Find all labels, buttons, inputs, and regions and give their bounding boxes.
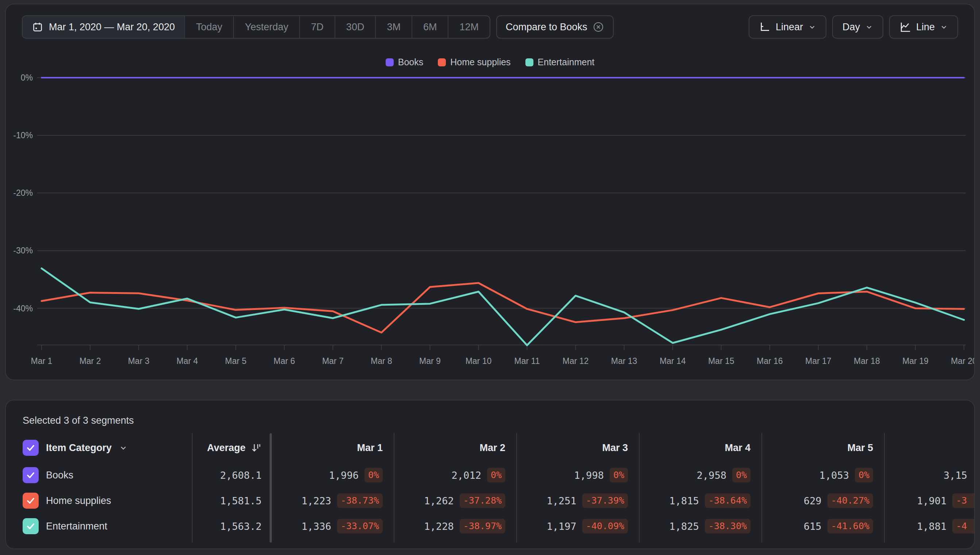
date-column-mar-1: Mar 11,9960%1,223-38.73%1,336-33.07%: [272, 433, 394, 542]
x-tick-label: Mar 10: [466, 356, 492, 366]
row-entertainment: Entertainment: [22, 513, 192, 539]
delta-badge: -3: [952, 493, 975, 508]
value-cell: 1,0530%: [762, 462, 884, 488]
date-column-header: Mar 3: [517, 433, 639, 462]
average-cell: 1,563.2: [193, 513, 270, 539]
delta-badge: -38.30%: [705, 519, 750, 534]
y-tick-label: 0%: [21, 73, 33, 82]
x-tick-label: Mar 6: [274, 356, 295, 366]
row-label: Entertainment: [46, 521, 107, 532]
delta-badge: -38.73%: [337, 493, 383, 508]
cell-value: 1,996: [329, 470, 359, 481]
y-tick-label: -40%: [13, 304, 33, 313]
date-column-mar-4: Mar 42,9580%1,815-38.64%1,825-38.30%: [639, 433, 762, 542]
segments-table: Item Category Books Home supplies: [6, 433, 975, 542]
chevron-down-icon[interactable]: [119, 443, 128, 452]
cell-value: 1,901: [917, 495, 946, 507]
value-cell: 3,15: [885, 462, 975, 488]
value-cell: 1,825-38.30%: [639, 513, 762, 539]
date-column-mar-3: Mar 31,9980%1,251-37.39%1,197-40.09%: [517, 433, 639, 542]
x-tick-label: Mar 16: [757, 356, 783, 366]
value-cell: 1,262-37.28%: [394, 488, 516, 513]
x-tick-label: Mar 7: [322, 356, 344, 366]
row-books: Books: [22, 462, 192, 488]
cell-value: 1,336: [301, 521, 331, 532]
delta-badge: -38.97%: [460, 519, 505, 534]
x-tick-label: Mar 19: [902, 356, 929, 366]
value-cell: 1,228-38.97%: [394, 513, 516, 539]
selected-segments-text: Selected 3 of 3 segments: [22, 415, 134, 426]
row-label: Home supplies: [46, 495, 111, 507]
date-column-partial: 3,151,901-31,881-4: [885, 433, 975, 542]
segments-table-card: Selected 3 of 3 segments Item Category B…: [5, 399, 975, 549]
x-tick-label: Mar 4: [177, 356, 198, 366]
delta-badge: -37.39%: [582, 493, 628, 508]
average-header-cell[interactable]: Average: [193, 433, 270, 462]
value-cell: 1,223-38.73%: [272, 488, 394, 513]
delta-badge: -33.07%: [337, 519, 383, 534]
line-chart-plot: 0%-10%-20%-30%-40%Mar 1Mar 2Mar 3Mar 4Ma…: [6, 4, 974, 380]
dashboard-root: { "toolbar": { "date_range": "Mar 1, 202…: [0, 0, 980, 555]
select-all-checkbox[interactable]: [22, 440, 39, 456]
delta-badge: -40.27%: [827, 493, 873, 508]
value-cell: 629-40.27%: [762, 488, 884, 513]
cell-value: 2,012: [452, 470, 481, 481]
row-label: Books: [46, 470, 73, 481]
date-column-mar-5: Mar 51,0530%629-40.27%615-41.60%: [762, 433, 885, 542]
chart-card: Mar 1, 2020 — Mar 20, 2020 TodayYesterda…: [5, 4, 975, 380]
date-column-mar-2: Mar 22,0120%1,262-37.28%1,228-38.97%: [394, 433, 517, 542]
delta-badge: -38.64%: [705, 493, 750, 508]
home-supplies-checkbox[interactable]: [22, 492, 39, 509]
delta-badge: -40.09%: [582, 519, 628, 534]
cell-value: 1,251: [546, 495, 576, 507]
cell-value: 1,228: [424, 521, 453, 532]
cell-value: 1,825: [669, 521, 699, 532]
cell-value: 629: [804, 495, 822, 507]
average-cell: 2,608.1: [193, 462, 270, 488]
y-tick-label: -20%: [13, 188, 33, 197]
sort-descending-icon: [251, 442, 262, 453]
category-column: Item Category Books Home supplies: [6, 433, 192, 542]
x-tick-label: Mar 15: [708, 356, 734, 366]
value-cell: 1,197-40.09%: [517, 513, 639, 539]
value-cell: 615-41.60%: [762, 513, 884, 539]
average-cell: 1,581.5: [193, 488, 270, 513]
delta-badge: -37.28%: [460, 493, 505, 508]
entertainment-checkbox[interactable]: [22, 518, 39, 534]
books-checkbox[interactable]: [22, 467, 39, 483]
delta-badge: 0%: [610, 468, 628, 483]
value-cell: 1,251-37.39%: [517, 488, 639, 513]
value-cell: 1,815-38.64%: [639, 488, 762, 513]
date-column-header: Mar 5: [762, 433, 884, 462]
date-column-header: Mar 2: [394, 433, 516, 462]
cell-value: 1,197: [546, 521, 576, 532]
delta-badge: 0%: [487, 468, 505, 483]
value-cell: 1,9960%: [272, 462, 394, 488]
x-tick-label: Mar 5: [225, 356, 247, 366]
x-tick-label: Mar 11: [514, 356, 540, 366]
category-header-cell: Item Category: [22, 433, 192, 462]
value-cell: 2,9580%: [639, 462, 762, 488]
x-tick-label: Mar 17: [805, 356, 832, 366]
x-tick-label: Mar 13: [611, 356, 638, 366]
x-tick-label: Mar 14: [660, 356, 686, 366]
date-column-header: Mar 1: [272, 433, 394, 462]
cell-value: 1,223: [301, 495, 331, 507]
cell-value: 1,053: [819, 470, 849, 481]
date-column-header: [885, 433, 975, 462]
average-column: Average 2,608.1 1,581.5 1,563.2: [192, 433, 270, 542]
series-line-home-supplies[interactable]: [42, 283, 964, 332]
x-tick-label: Mar 3: [128, 356, 149, 366]
value-cell: 1,881-4: [885, 513, 975, 539]
x-tick-label: Mar 8: [371, 356, 392, 366]
series-line-entertainment[interactable]: [42, 268, 964, 345]
delta-badge: 0%: [855, 468, 873, 483]
cell-value: 1,815: [669, 495, 699, 507]
x-tick-label: Mar 18: [854, 356, 880, 366]
date-column-header: Mar 4: [639, 433, 762, 462]
y-tick-label: -30%: [13, 246, 33, 255]
x-tick-label: Mar 9: [419, 356, 441, 366]
delta-badge: 0%: [365, 468, 383, 483]
category-header-label: Item Category: [46, 442, 112, 454]
x-tick-label: Mar 20: [951, 356, 974, 366]
